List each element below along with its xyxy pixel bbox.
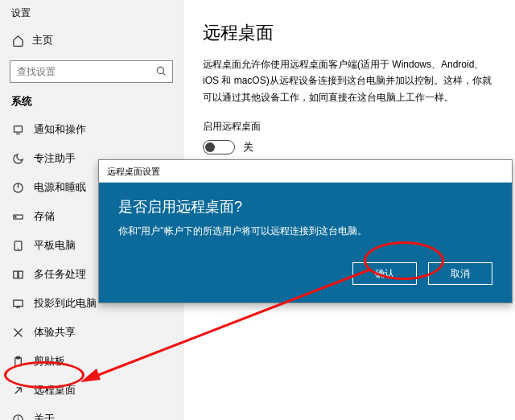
notification-icon [11,123,24,136]
svg-point-0 [157,67,163,73]
svg-line-1 [163,72,165,75]
moon-icon [11,152,24,165]
home-icon [11,34,24,47]
power-icon [11,181,24,194]
nav-label: 远程桌面 [34,383,76,397]
enable-remote-desktop-toggle[interactable] [203,140,235,154]
nav-label: 关于 [34,412,55,420]
svg-point-16 [18,417,19,418]
search-input[interactable] [10,60,173,83]
page-description: 远程桌面允许你使用远程桌面客户端(适用于 Windows、Android、iOS… [203,56,496,105]
confirm-button[interactable]: 确认 [352,262,417,285]
svg-rect-10 [19,271,23,278]
clipboard-icon [11,355,24,368]
cancel-button[interactable]: 取消 [428,262,492,285]
sidebar-item-shared-experiences[interactable]: 体验共享 [0,318,183,347]
toggle-label: 启用远程桌面 [203,120,496,134]
sidebar-item-home[interactable]: 主页 [0,25,183,56]
nav-label: 存储 [34,209,55,224]
search-wrap [10,60,173,83]
info-icon [11,413,24,420]
dialog-title: 远程桌面设置 [99,160,512,183]
project-icon [11,297,24,310]
svg-rect-11 [13,300,22,307]
nav-label: 平板电脑 [34,238,76,253]
remote-desktop-confirm-dialog: 远程桌面设置 是否启用远程桌面? 你和"用户"帐户下的所选用户将可以远程连接到这… [98,159,513,303]
sidebar-group-system: 系统 [0,91,183,115]
dialog-heading: 是否启用远程桌面? [118,197,492,216]
svg-rect-2 [14,126,22,132]
svg-rect-9 [13,271,17,278]
sidebar-item-about[interactable]: 关于 [0,405,183,420]
share-icon [11,326,24,339]
nav-label: 投影到此电脑 [34,296,97,311]
remote-desktop-icon [11,384,24,397]
sidebar-item-clipboard[interactable]: 剪贴板 [0,347,183,376]
storage-icon [11,210,24,223]
settings-header: 设置 [0,0,183,25]
nav-label: 多任务处理 [34,267,86,282]
svg-point-6 [14,216,15,216]
nav-label: 通知和操作 [34,122,86,137]
sidebar-item-remote-desktop[interactable]: 远程桌面 [0,376,183,405]
toggle-state-text: 关 [243,140,253,154]
nav-label: 体验共享 [34,325,76,340]
search-icon [155,65,167,80]
main-pane: 远程桌面 远程桌面允许你使用远程桌面客户端(适用于 Windows、Androi… [183,0,515,175]
page-title: 远程桌面 [203,21,496,45]
multitask-icon [11,268,24,281]
sidebar-item-notifications[interactable]: 通知和操作 [0,115,183,144]
nav-label: 剪贴板 [34,354,65,369]
tablet-icon [11,239,24,252]
nav-label: 电源和睡眠 [34,180,86,195]
home-label: 主页 [32,33,53,47]
nav-label: 专注助手 [34,151,76,166]
dialog-body-text: 你和"用户"帐户下的所选用户将可以远程连接到这台电脑。 [118,224,492,238]
